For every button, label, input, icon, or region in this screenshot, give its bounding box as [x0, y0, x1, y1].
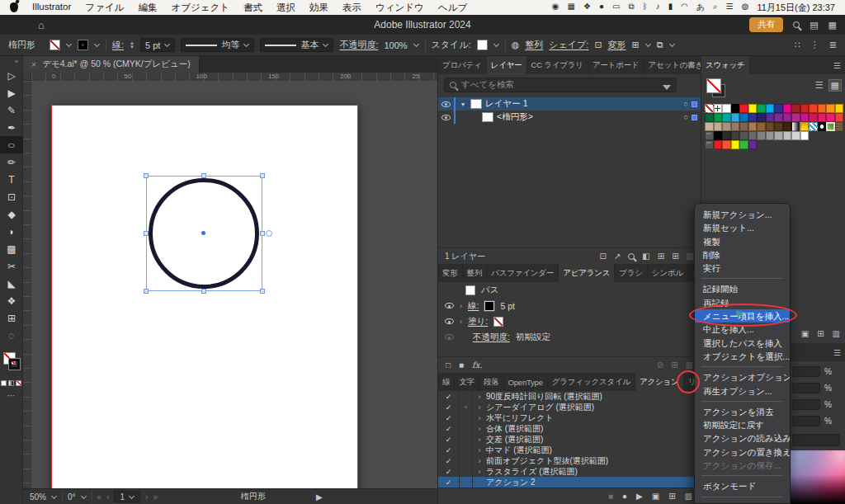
- panel-tab[interactable]: アピアランス: [559, 264, 615, 282]
- chevron-down-icon[interactable]: [94, 41, 100, 47]
- swatch[interactable]: [809, 113, 818, 122]
- toggle-check-icon[interactable]: ✓: [438, 455, 460, 466]
- panel-tab[interactable]: 文字: [455, 373, 479, 391]
- bounding-box-icon[interactable]: ⊞: [632, 40, 640, 50]
- isolate-icon[interactable]: ⧉: [657, 40, 663, 50]
- record-icon[interactable]: ●: [622, 492, 627, 501]
- swatch[interactable]: [731, 131, 740, 140]
- color-slider-field[interactable]: [792, 416, 820, 426]
- swatch[interactable]: [835, 140, 844, 149]
- browser-icon[interactable]: ◍: [742, 2, 749, 13]
- color-spectrum[interactable]: [791, 450, 845, 504]
- swatch[interactable]: [826, 122, 835, 131]
- swatch-libraries-icon[interactable]: ▣: [801, 329, 809, 338]
- selection-handle[interactable]: [201, 173, 206, 178]
- swatch[interactable]: [766, 140, 775, 149]
- selection-handle[interactable]: [201, 289, 206, 294]
- action-row[interactable]: ✓ › 90度反時計回り回転 (選択範囲): [438, 391, 701, 402]
- selection-handle[interactable]: [144, 231, 149, 236]
- fill-color-swatch[interactable]: [50, 40, 60, 50]
- swatch[interactable]: [705, 113, 714, 122]
- swatch[interactable]: [748, 113, 758, 122]
- shape-icon[interactable]: ⊡: [594, 40, 602, 50]
- swatch[interactable]: [800, 140, 810, 149]
- document-tab[interactable]: × デモ4.ai* @ 50 % (CMYK/プレビュー): [23, 56, 200, 73]
- chevron-right-icon[interactable]: ›: [460, 302, 462, 310]
- new-set-icon[interactable]: ▣: [652, 492, 659, 501]
- swatch[interactable]: [826, 140, 835, 149]
- swatch[interactable]: [739, 104, 748, 113]
- layer-thumbnail[interactable]: [470, 99, 482, 109]
- toggle-check-icon[interactable]: ✓: [438, 434, 460, 445]
- swatch[interactable]: [791, 113, 800, 122]
- new-stroke-icon[interactable]: □: [446, 360, 451, 370]
- swatch[interactable]: [766, 104, 775, 113]
- swatch[interactable]: [705, 140, 714, 149]
- panel-menu-icon[interactable]: ☰: [828, 61, 845, 70]
- curvature-tool[interactable]: ✎: [0, 101, 23, 119]
- align-link[interactable]: 整列: [525, 39, 543, 51]
- swatch[interactable]: [714, 140, 723, 149]
- stroke-proxy[interactable]: [9, 359, 20, 370]
- swatch[interactable]: [739, 122, 748, 131]
- swatch[interactable]: [818, 104, 827, 113]
- trash-icon[interactable]: ▥: [687, 252, 694, 261]
- swatch[interactable]: [722, 122, 731, 131]
- dialog-toggle-icon[interactable]: [460, 466, 473, 477]
- visibility-eye-icon[interactable]: [445, 303, 454, 309]
- color-slider-field[interactable]: [792, 366, 820, 377]
- context-menu-item[interactable]: [701, 497, 783, 497]
- next-artboard-icon[interactable]: ›: [145, 492, 148, 502]
- layer-row[interactable]: <楕円形> ○: [438, 111, 701, 124]
- panel-tab[interactable]: 線: [438, 373, 455, 391]
- dialog-toggle-icon[interactable]: [460, 445, 473, 455]
- toggle-check-icon[interactable]: ✓: [438, 391, 460, 402]
- none-button[interactable]: [16, 380, 21, 386]
- panel-tab[interactable]: アートボード: [588, 56, 644, 74]
- visibility-eye-icon[interactable]: [441, 101, 451, 107]
- appearance-opacity-row[interactable]: 不透明度: 初期設定: [438, 329, 701, 345]
- share-button[interactable]: 共有: [749, 17, 783, 32]
- object-thumbnail[interactable]: [482, 112, 493, 122]
- swatch[interactable]: [826, 113, 835, 122]
- context-menu-item[interactable]: 選択したパスを挿入: [695, 337, 790, 350]
- toggle-check-icon[interactable]: ✓: [438, 412, 460, 423]
- effects-icon[interactable]: fx.: [472, 360, 483, 370]
- appearance-path-row[interactable]: パス: [438, 282, 701, 298]
- selection-handle[interactable]: [144, 289, 149, 294]
- swatch[interactable]: [766, 113, 775, 122]
- panel-tab[interactable]: シンボル: [648, 264, 688, 282]
- zoom-tool[interactable]: ◌: [0, 327, 23, 344]
- swatch[interactable]: [791, 131, 800, 140]
- swatch[interactable]: [739, 131, 748, 140]
- swatch[interactable]: [731, 113, 740, 122]
- panel-tab[interactable]: アセットの書き出し: [644, 56, 701, 74]
- record-icon[interactable]: ◉: [552, 2, 559, 13]
- swatch[interactable]: [818, 113, 827, 122]
- swatch[interactable]: [826, 131, 835, 140]
- panel-tab[interactable]: 段落: [479, 373, 504, 391]
- swatch[interactable]: [774, 113, 783, 122]
- opacity-attr-label[interactable]: 不透明度:: [473, 332, 510, 343]
- swatch[interactable]: [835, 122, 844, 131]
- new-fill-icon[interactable]: ■: [459, 360, 464, 370]
- new-action-icon[interactable]: ⊞: [668, 492, 675, 501]
- toolbar-collapse-icon[interactable]: »: [0, 56, 22, 67]
- menubar-item[interactable]: ウィンドウ: [375, 2, 424, 14]
- action-row[interactable]: ✓ › 中マド (選択範囲): [438, 445, 701, 455]
- context-menu-item[interactable]: 複製: [695, 235, 790, 248]
- context-menu-item[interactable]: [701, 278, 783, 279]
- layer-row[interactable]: ▾ レイヤー 1 ○: [438, 97, 701, 111]
- zoom-level[interactable]: 50%: [30, 492, 46, 502]
- opacity-value[interactable]: 100%: [384, 40, 407, 50]
- swatch[interactable]: [757, 113, 766, 122]
- search-input[interactable]: すべてを検索: [444, 78, 677, 92]
- swatch[interactable]: [766, 122, 775, 131]
- selection-handle[interactable]: [260, 289, 265, 294]
- swatch[interactable]: [800, 113, 810, 122]
- opacity-link[interactable]: 不透明度:: [339, 39, 378, 51]
- brush-definition-field[interactable]: 基本: [260, 38, 333, 52]
- swatch[interactable]: [818, 140, 827, 149]
- expand-chevron-icon[interactable]: ›: [473, 393, 486, 401]
- swatch[interactable]: [766, 131, 775, 140]
